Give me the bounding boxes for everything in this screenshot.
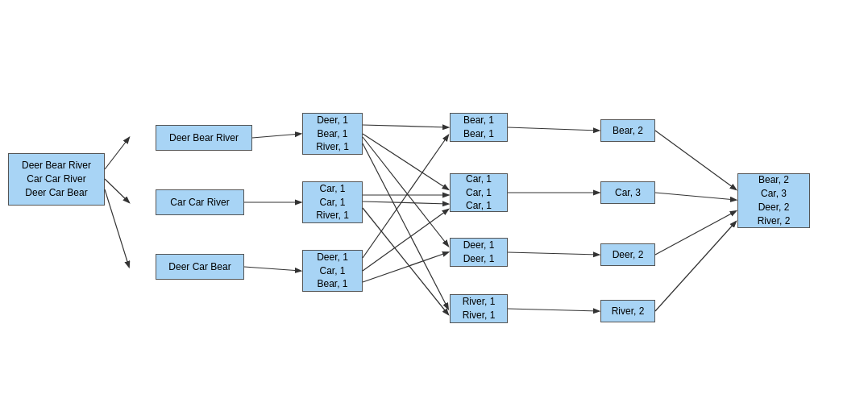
svg-line-5 — [244, 267, 301, 271]
svg-line-22 — [655, 211, 736, 255]
svg-line-13 — [363, 210, 448, 271]
svg-line-7 — [363, 134, 448, 189]
box-map2: Car, 1Car, 1River, 1 — [302, 181, 363, 223]
svg-line-12 — [363, 135, 448, 258]
svg-line-18 — [508, 252, 599, 255]
box-split1: Deer Bear River — [156, 125, 252, 151]
box-shuf-car: Car, 1Car, 1Car, 1 — [450, 173, 508, 212]
box-red-bear: Bear, 2 — [600, 119, 655, 142]
svg-line-8 — [363, 143, 448, 309]
svg-line-19 — [508, 309, 599, 311]
box-map3: Deer, 1Car, 1Bear, 1 — [302, 250, 363, 292]
svg-line-2 — [105, 189, 129, 267]
box-shuf-bear: Bear, 1Bear, 1 — [450, 113, 508, 142]
svg-line-21 — [655, 193, 736, 200]
svg-line-23 — [655, 222, 736, 311]
box-map1: Deer, 1Bear, 1River, 1 — [302, 113, 363, 155]
svg-line-14 — [363, 252, 448, 282]
diagram-container: Deer Bear RiverCar Car RiverDeer Car Bea… — [0, 0, 868, 403]
svg-line-16 — [508, 127, 599, 131]
svg-line-15 — [363, 137, 448, 246]
svg-line-1 — [105, 179, 129, 202]
box-shuf-river: River, 1River, 1 — [450, 294, 508, 323]
box-input: Deer Bear RiverCar Car RiverDeer Car Bea… — [8, 153, 105, 206]
box-red-river: River, 2 — [600, 300, 655, 322]
box-red-car: Car, 3 — [600, 181, 655, 204]
svg-line-20 — [655, 131, 736, 189]
svg-line-3 — [252, 134, 301, 138]
box-final: Bear, 2Car, 3Deer, 2River, 2 — [737, 173, 810, 228]
box-shuf-deer: Deer, 1Deer, 1 — [450, 238, 508, 267]
svg-line-0 — [105, 138, 129, 169]
svg-line-11 — [363, 202, 448, 204]
box-split3: Deer Car Bear — [156, 254, 244, 280]
svg-line-6 — [363, 125, 448, 127]
box-split2: Car Car River — [156, 189, 244, 215]
svg-line-10 — [363, 208, 448, 314]
box-red-deer: Deer, 2 — [600, 243, 655, 266]
